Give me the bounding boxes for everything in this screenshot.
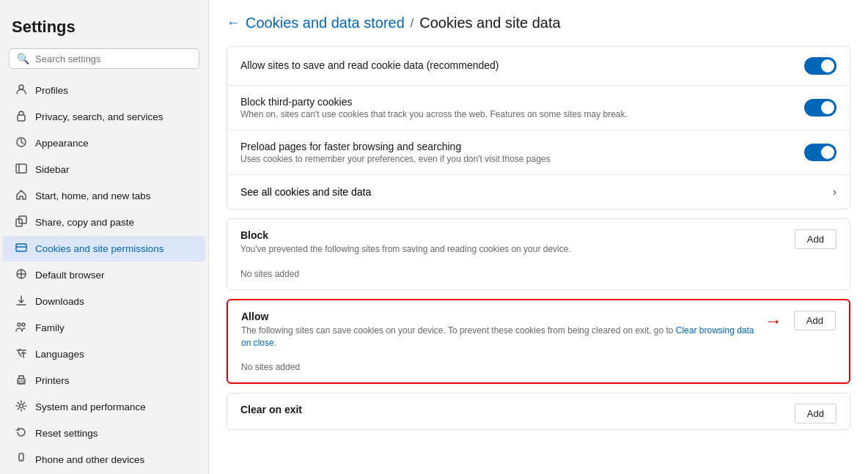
- back-arrow[interactable]: ←: [227, 15, 240, 31]
- allow-section-desc: The following sites can save cookies on …: [241, 325, 757, 349]
- svg-point-15: [20, 404, 23, 408]
- start-home-icon: [15, 189, 28, 203]
- clear-on-exit-title: Clear on exit: [240, 404, 787, 415]
- sidebar-item-share-copy-label: Share, copy and paste: [35, 217, 134, 228]
- sidebar-item-phone-label: Phone and other devices: [35, 454, 144, 465]
- sidebar-item-phone[interactable]: Phone and other devices: [3, 447, 205, 473]
- breadcrumb-separator: /: [411, 17, 413, 30]
- top-settings-card: Allow sites to save and read cookie data…: [227, 46, 850, 210]
- sidebar-item-family-label: Family: [35, 322, 65, 333]
- sidebar-item-family[interactable]: Family: [3, 315, 205, 341]
- see-all-title: See all cookies and site data: [240, 186, 371, 198]
- chevron-right-icon: ›: [833, 185, 836, 199]
- allow-save-read-title: Allow sites to save and read cookie data…: [240, 59, 804, 71]
- svg-rect-1: [18, 115, 25, 121]
- block-third-party-row: Block third-party cookies When on, sites…: [227, 86, 850, 130]
- sidebar-item-languages-label: Languages: [35, 349, 84, 360]
- block-third-party-toggle[interactable]: [804, 99, 836, 116]
- red-arrow-annotation: →: [765, 311, 782, 331]
- profiles-icon: [15, 84, 28, 97]
- preload-pages-sub: Uses cookies to remember your preference…: [240, 154, 804, 164]
- sidebar-item-profiles-label: Profiles: [35, 85, 68, 96]
- sidebar: Settings 🔍 Profiles Privacy, search, and…: [0, 0, 209, 474]
- allow-save-read-row: Allow sites to save and read cookie data…: [227, 47, 850, 86]
- block-section-card: Block You've prevented the following sit…: [227, 218, 850, 290]
- block-third-party-sub: When on, sites can't use cookies that tr…: [240, 109, 804, 119]
- clear-on-exit-header: Clear on exit Add: [227, 393, 850, 429]
- preload-pages-row: Preload pages for faster browsing and se…: [227, 130, 850, 175]
- block-section-header: Block You've prevented the following sit…: [227, 219, 850, 262]
- sidebar-item-default-browser-label: Default browser: [35, 270, 105, 281]
- sidebar-item-cookies[interactable]: Cookies and site permissions: [3, 236, 205, 262]
- appearance-icon: [15, 136, 28, 150]
- search-icon: 🔍: [17, 53, 29, 64]
- downloads-icon: [15, 295, 28, 308]
- sidebar-item-system[interactable]: System and performance: [3, 394, 205, 420]
- svg-point-0: [19, 85, 23, 89]
- svg-point-12: [22, 323, 25, 326]
- block-add-button[interactable]: Add: [795, 229, 836, 249]
- sidebar-item-cookies-label: Cookies and site permissions: [35, 243, 164, 254]
- svg-rect-6: [19, 216, 26, 223]
- default-browser-icon: [15, 268, 28, 282]
- cookies-icon: [15, 242, 28, 256]
- block-section-desc: You've prevented the following sites fro…: [240, 243, 787, 256]
- sidebar-item-system-label: System and performance: [35, 401, 146, 412]
- phone-icon: [15, 453, 28, 467]
- family-icon: [15, 321, 28, 335]
- block-no-sites: No sites added: [227, 262, 850, 289]
- sidebar-item-downloads[interactable]: Downloads: [3, 289, 205, 314]
- svg-rect-3: [16, 164, 26, 173]
- languages-icon: [15, 347, 28, 361]
- preload-pages-toggle[interactable]: [804, 144, 836, 161]
- sidebar-item-printers[interactable]: Printers: [3, 368, 205, 393]
- block-third-party-title: Block third-party cookies: [240, 96, 804, 108]
- privacy-icon: [15, 110, 28, 124]
- block-section-title: Block: [240, 229, 787, 241]
- breadcrumb-link[interactable]: Cookies and data stored: [246, 15, 405, 32]
- system-icon: [15, 400, 28, 414]
- allow-save-read-toggle[interactable]: [804, 57, 836, 75]
- sidebar-item-share-copy[interactable]: Share, copy and paste: [3, 210, 205, 235]
- main-content: ← Cookies and data stored / Cookies and …: [209, 0, 868, 474]
- app-title: Settings: [0, 12, 208, 48]
- search-input[interactable]: [35, 53, 191, 64]
- breadcrumb-current: Cookies and site data: [419, 15, 560, 32]
- svg-point-11: [18, 323, 21, 326]
- sidebar-item-profiles[interactable]: Profiles: [3, 78, 205, 103]
- breadcrumb: ← Cookies and data stored / Cookies and …: [227, 15, 850, 32]
- search-box[interactable]: 🔍: [9, 48, 199, 69]
- sidebar-item-appearance[interactable]: Appearance: [3, 130, 205, 156]
- sidebar-item-reset[interactable]: Reset settings: [3, 421, 205, 446]
- sidebar-item-default-browser[interactable]: Default browser: [3, 262, 205, 288]
- sidebar-item-privacy-label: Privacy, search, and services: [35, 111, 163, 122]
- clear-on-exit-add-button[interactable]: Add: [795, 404, 836, 423]
- preload-pages-title: Preload pages for faster browsing and se…: [240, 141, 804, 152]
- allow-section-card: Allow The following sites can save cooki…: [227, 299, 850, 385]
- sidebar-item-start-home-label: Start, home, and new tabs: [35, 190, 151, 201]
- sidebar-item-privacy[interactable]: Privacy, search, and services: [3, 104, 205, 130]
- sidebar-nav-icon: [15, 163, 28, 177]
- svg-rect-7: [16, 244, 26, 251]
- allow-desc-after: .: [274, 338, 276, 348]
- allow-add-button[interactable]: Add: [794, 311, 836, 330]
- svg-rect-14: [19, 381, 23, 383]
- clear-on-exit-card: Clear on exit Add: [227, 393, 850, 430]
- allow-no-sites: No sites added: [228, 355, 849, 382]
- sidebar-item-languages[interactable]: Languages: [3, 341, 205, 367]
- sidebar-item-appearance-label: Appearance: [35, 138, 89, 149]
- printers-icon: [15, 374, 28, 388]
- sidebar-item-printers-label: Printers: [35, 375, 70, 386]
- see-all-cookies-row[interactable]: See all cookies and site data ›: [227, 175, 850, 209]
- reset-icon: [15, 426, 28, 440]
- sidebar-item-start-home[interactable]: Start, home, and new tabs: [3, 183, 205, 209]
- sidebar-item-sidebar-label: Sidebar: [35, 164, 70, 175]
- nav-list: Profiles Privacy, search, and services A…: [0, 78, 208, 474]
- allow-desc-before: The following sites can save cookies on …: [241, 325, 676, 336]
- share-copy-icon: [15, 215, 28, 229]
- sidebar-item-reset-label: Reset settings: [35, 428, 98, 439]
- sidebar-item-downloads-label: Downloads: [35, 296, 84, 307]
- allow-section-title: Allow: [241, 311, 757, 322]
- sidebar-item-sidebar[interactable]: Sidebar: [3, 157, 205, 182]
- allow-section-header: Allow The following sites can save cooki…: [228, 300, 849, 355]
